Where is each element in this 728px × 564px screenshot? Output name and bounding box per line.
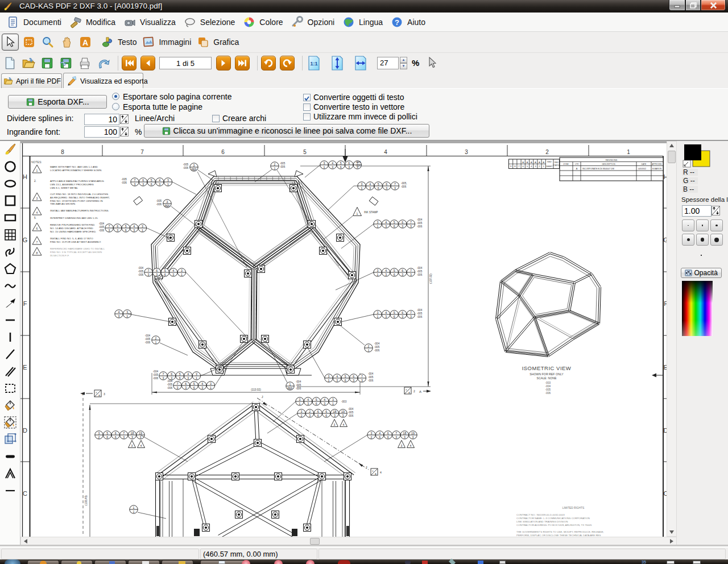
svg-text:SCALE: NONE: SCALE: NONE: [537, 376, 557, 380]
svg-text:3: 3: [109, 229, 110, 232]
svg-text:LINK SIMULATION AND TRAININ: LINK SIMULATION AND TRAINING DIVISION: [516, 520, 568, 523]
svg-text:C: C: [23, 490, 27, 497]
svg-text:(107.02): (107.02): [429, 273, 432, 284]
svg-text:A: A: [535, 161, 536, 164]
svg-text:CONTRACT NO.: N61339-00-D-003: CONTRACT NO.: N61339-00-D-0032-0003: [516, 513, 565, 516]
svg-text:7: 7: [394, 183, 396, 186]
svg-text:2.: 2.: [34, 180, 36, 183]
svg-text:-004: -004: [296, 380, 301, 383]
svg-text:APPLICABLE MANUFACTURING STAND: APPLICABLE MANUFACTURING STANDARDS:: [50, 180, 105, 183]
svg-text:6: 6: [316, 402, 317, 405]
svg-text:-004: -004: [145, 334, 151, 337]
svg-text:5: 5: [378, 183, 379, 186]
svg-text:4: 4: [187, 372, 189, 376]
svg-text:A: A: [419, 390, 421, 393]
svg-text:-004: -004: [348, 408, 354, 410]
svg-text:4: 4: [384, 149, 387, 155]
svg-text:2: 2: [274, 163, 276, 166]
svg-text:19: 19: [139, 432, 142, 435]
svg-text:-005: -005: [153, 374, 159, 376]
svg-text:1: 1: [299, 402, 301, 405]
svg-text:1: 1: [357, 212, 358, 215]
svg-text:6: 6: [387, 436, 389, 439]
svg-text:3: 3: [131, 444, 133, 447]
svg-text:1: 1: [332, 402, 334, 405]
svg-text:INTERPRET DIMENSIONS IAW LMS 1: INTERPRET DIMENSIONS IAW LMS 1-15.: [50, 217, 98, 219]
svg-text:-005: -005: [417, 270, 423, 273]
svg-text:4: 4: [385, 221, 387, 224]
svg-text:THE GOVERNMENT'S RIGHTS TO: THE GOVERNMENT'S RIGHTS TO USE, MODIFY, …: [516, 530, 604, 533]
svg-text:MARK WITH PART NO. IAW LMS 1-1: MARK WITH PART NO. IAW LMS 1-1 AND: [50, 165, 98, 168]
svg-text:Spessore della li: Spessore della li: [681, 196, 728, 203]
svg-text:-004: -004: [167, 380, 173, 383]
svg-text:6: 6: [345, 379, 346, 382]
svg-text:5: 5: [340, 161, 342, 165]
svg-text:3: 3: [301, 410, 303, 413]
svg-text:1: 1: [36, 169, 38, 172]
svg-text:3: 3: [185, 386, 187, 389]
svg-text:3: 3: [342, 414, 344, 417]
svg-text:6: 6: [115, 432, 117, 435]
svg-text:6: 6: [387, 432, 389, 435]
svg-text:NO. 15 USING HARDWARE SPECIFIE: NO. 15 USING HARDWARE SPECIFIED.: [50, 230, 96, 233]
svg-text:3: 3: [309, 414, 311, 417]
svg-text:8: 8: [61, 149, 64, 155]
svg-text:J: J: [262, 395, 263, 399]
svg-text:1:1: 1:1: [310, 61, 317, 67]
svg-text:F: F: [23, 300, 27, 307]
svg-text:-005: -005: [417, 222, 423, 225]
svg-text:1: 1: [274, 167, 276, 170]
svg-text:6: 6: [125, 229, 127, 232]
svg-text:-006: -006: [417, 316, 423, 318]
svg-text:-003: -003: [545, 381, 551, 384]
svg-text:3: 3: [385, 315, 387, 318]
svg-text:1: 1: [377, 225, 379, 228]
svg-text:3: 3: [118, 314, 120, 318]
svg-text:3: 3: [412, 436, 414, 439]
svg-text:5: 5: [125, 225, 127, 228]
svg-text:3: 3: [336, 379, 338, 382]
svg-text:3: 3: [210, 382, 212, 385]
svg-text:4: 4: [332, 161, 333, 165]
svg-text:7: 7: [163, 372, 164, 376]
svg-text:4: 4: [385, 269, 387, 272]
svg-text:LMS 8-1, SHEET METAL: LMS 8-1, SHEET METAL: [50, 186, 78, 189]
svg-text:6: 6: [179, 376, 181, 380]
svg-text:3: 3: [167, 179, 169, 182]
svg-text:-005: -005: [145, 338, 151, 341]
svg-text:3: 3: [410, 225, 412, 228]
svg-text:5.: 5.: [34, 217, 36, 219]
svg-text:CONTRACTOR NAME: L-3 COMMUNI: CONTRACTOR NAME: L-3 COMMUNICATIONS CORP…: [516, 517, 590, 520]
svg-text:6: 6: [142, 179, 144, 182]
svg-text:6: 6: [221, 149, 225, 155]
svg-text:6: 6: [156, 269, 158, 272]
svg-text:3: 3: [328, 375, 330, 378]
svg-text:1: 1: [181, 273, 183, 276]
svg-text:LOCATED APPROXIMATELY WHERE SO: LOCATED APPROXIMATELY WHERE SOWN.: [50, 169, 102, 172]
svg-text:1: 1: [210, 386, 212, 389]
svg-text:-006: -006: [153, 377, 159, 380]
svg-text:1: 1: [133, 511, 135, 513]
svg-text:7: 7: [410, 269, 412, 272]
svg-text:REF: REF: [164, 205, 169, 208]
svg-text:4: 4: [172, 269, 174, 272]
svg-text:3: 3: [104, 392, 105, 396]
svg-text:3: 3: [385, 225, 387, 228]
svg-text:6: 6: [151, 183, 152, 186]
svg-text:E: E: [23, 364, 27, 371]
svg-text:6: 6: [115, 436, 117, 439]
svg-text:6: 6: [379, 436, 380, 439]
svg-text:-006: -006: [122, 181, 127, 184]
svg-text:18: 18: [333, 410, 337, 413]
svg-text:6: 6: [386, 183, 387, 186]
svg-text:7: 7: [410, 311, 412, 314]
svg-text:3: 3: [142, 225, 143, 228]
svg-text:-004: -004: [368, 372, 374, 375]
svg-text:(103,45): (103,45): [85, 495, 88, 505]
svg-text:4: 4: [369, 183, 371, 186]
svg-text:3: 3: [307, 402, 309, 405]
svg-text:5: 5: [151, 179, 152, 182]
svg-text:6: 6: [402, 311, 403, 314]
svg-text:NOTES:: NOTES:: [31, 160, 42, 164]
svg-text:5: 5: [303, 149, 307, 155]
